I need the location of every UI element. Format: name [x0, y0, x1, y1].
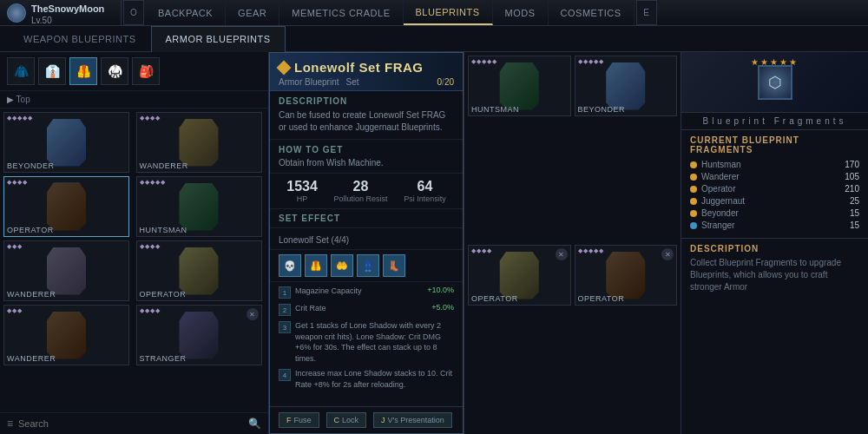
list-item[interactable]: ✕ ◆◆◆◆◆ OPERATOR — [575, 245, 678, 306]
stats-row: 1534 HP 28 Pollution Resist 64 Psi Inten… — [270, 174, 463, 209]
stat-pollution: 28 Pollution Resist — [334, 179, 388, 203]
left-grid: ◆◆◆◆◆ BEYONDER ◆◆◆◆ WANDERER ◆◆◆◆ OPERAT… — [0, 108, 268, 412]
list-item[interactable]: ◆◆◆◆◆ BEYONDER — [3, 112, 129, 173]
right-grid: ◆◆◆◆◆ HUNTSMAN ◆◆◆◆◆ BEYONDER ✕ ◆◆◆◆ OPE… — [464, 52, 681, 434]
list-item[interactable]: ◆◆◆◆◆ HUNTSMAN — [136, 176, 262, 237]
popup-title: Lonewolf Set FRAG — [294, 60, 424, 75]
category-icon-2[interactable]: 🦺 — [69, 57, 97, 85]
set-piece-head: 💀 — [279, 254, 301, 277]
fragment-stars: ★★★★★ — [751, 57, 799, 67]
username: TheSnowyMoon — [31, 3, 104, 14]
popup-count: 0/20 — [437, 77, 454, 87]
nav-profile: TheSnowyMoon Lv.50 — [0, 0, 122, 25]
popup-type: Armor Blueprint — [279, 77, 339, 87]
set-effect-name-row: Lonewolf Set (4/4) — [270, 228, 463, 250]
tab-armor-blueprints[interactable]: ARMOR BLUEPRINTS — [151, 26, 286, 52]
top-label: Top — [0, 91, 268, 108]
frag-dot-juggernaut — [690, 198, 697, 205]
category-icon-1[interactable]: 👔 — [38, 57, 66, 85]
set-piece-legs: 👖 — [357, 254, 379, 277]
effect-4: 4 Increase max Lone Shadow stacks to 10.… — [279, 368, 454, 390]
popup-header: Lonewolf Set FRAG Armor Blueprint Set 0/… — [270, 53, 463, 91]
list-item[interactable]: ◆◆◆◆ OPERATOR — [136, 240, 262, 301]
effect-2: 2 Crit Rate +5.0% — [279, 303, 454, 316]
category-icon-4[interactable]: 🎒 — [132, 57, 160, 85]
close-icon[interactable]: ✕ — [661, 248, 674, 260]
category-icon-3[interactable]: 🥋 — [101, 57, 128, 85]
right-desc-title: DESCRIPTION — [690, 244, 859, 253]
search-input[interactable] — [18, 418, 243, 429]
set-effect-title: SET EFFECT — [279, 214, 340, 223]
main-content: 🧥 👔 🦺 🥋 🎒 Top ◆◆◆◆◆ BEYONDER ◆◆◆◆ WANDER… — [0, 52, 868, 434]
fragments-title: CURRENT BLUEPRINT FRAGMENTS — [690, 135, 859, 155]
effects-list: 1 Magazine Capacity +10.0% 2 Crit Rate +… — [270, 282, 463, 406]
popup-set: Set — [345, 77, 358, 87]
left-panel: 🧥 👔 🦺 🥋 🎒 Top ◆◆◆◆◆ BEYONDER ◆◆◆◆ WANDER… — [0, 52, 269, 434]
category-icons: 🧥 👔 🦺 🥋 🎒 — [0, 52, 268, 91]
list-item[interactable]: ◆◆◆ WANDERER — [3, 305, 129, 365]
popup-card: Lonewolf Set FRAG Armor Blueprint Set 0/… — [269, 52, 464, 434]
close-icon[interactable]: ✕ — [247, 308, 259, 320]
list-item[interactable]: ◆◆◆◆ WANDERER — [136, 112, 262, 173]
frag-row-beyonder: Beyonder 15 — [690, 208, 859, 218]
fragment-icon: ⬡ — [758, 65, 792, 100]
nav-bracket-e[interactable]: E — [636, 0, 657, 25]
tab-weapon-blueprints[interactable]: WEAPON BLUEPRINTS — [9, 26, 151, 52]
tabs-bar: WEAPON BLUEPRINTS ARMOR BLUEPRINTS — [0, 26, 868, 52]
description-section: DESCRIPTION Can be fused to create Lonew… — [270, 91, 463, 140]
popup-footer: F Fuse C Lock J V's Presentation — [270, 406, 463, 433]
effect-3: 3 Get 1 stacks of Lone Shadow with every… — [279, 320, 454, 364]
how-to-get-section: HOW TO GET Obtain from Wish Machine. — [270, 140, 463, 174]
current-fragments: CURRENT BLUEPRINT FRAGMENTS Huntsman 170… — [681, 130, 868, 239]
nav-backpack[interactable]: BACKPACK — [146, 0, 226, 25]
player-level: Lv.50 — [31, 16, 104, 25]
set-effect-header: SET EFFECT — [270, 209, 463, 228]
nav-blueprints[interactable]: BLUEPRINTS — [404, 0, 493, 25]
list-item[interactable]: ◆◆◆ WANDERER — [3, 240, 129, 301]
frag-row-stranger: Stranger 15 — [690, 220, 859, 230]
fuse-button[interactable]: F Fuse — [279, 412, 319, 428]
description-title: DESCRIPTION — [279, 96, 454, 106]
nav-mods[interactable]: MODS — [493, 0, 549, 25]
set-icons-row: 💀 🦺 🤲 👖 👢 — [270, 250, 463, 282]
lock-button[interactable]: C Lock — [326, 412, 367, 428]
diamond-icon — [277, 60, 292, 75]
frag-dot-wanderer — [690, 174, 697, 181]
set-piece-boots: 👢 — [383, 254, 405, 277]
set-piece-chest: 🦺 — [305, 254, 327, 277]
nav-cosmetics[interactable]: COSMETICS — [549, 0, 635, 25]
frag-dot-huntsman — [690, 161, 697, 168]
frag-dot-beyonder — [690, 210, 697, 217]
top-nav: TheSnowyMoon Lv.50 O BACKPACK GEAR MEMET… — [0, 0, 868, 26]
description-text: Can be fused to create Lonewolf Set FRAG… — [279, 109, 454, 134]
search-bar: ≡ 🔍 — [0, 412, 268, 434]
list-item[interactable]: ◆◆◆◆ OPERATOR — [3, 176, 129, 237]
stat-psi: 64 Psi Intensity — [404, 179, 446, 203]
presentation-button[interactable]: J V's Presentation — [373, 412, 452, 428]
list-item[interactable]: ◆◆◆◆◆ BEYONDER — [575, 56, 678, 116]
frag-row-wanderer: Wanderer 105 — [690, 172, 859, 181]
category-icon-0[interactable]: 🧥 — [7, 57, 35, 85]
list-item[interactable]: ✕ ◆◆◆◆ STRANGER — [136, 305, 262, 365]
list-icon: ≡ — [7, 418, 13, 430]
frag-row-juggernaut: Juggernaut 25 — [690, 196, 859, 206]
nav-memetics[interactable]: MEMETICS CRADLE — [279, 0, 403, 25]
close-icon[interactable]: ✕ — [556, 248, 568, 260]
frag-row-operator: Operator 210 — [690, 184, 859, 194]
nav-gear[interactable]: GEAR — [226, 0, 279, 25]
nav-bracket-o[interactable]: O — [123, 0, 144, 25]
frag-dot-operator — [690, 186, 697, 193]
frag-dot-stranger — [690, 222, 697, 229]
list-item[interactable]: ✕ ◆◆◆◆ OPERATOR — [468, 245, 571, 306]
fragment-title: Blueprint Fragments — [681, 113, 868, 130]
far-right-panel: ★★★★★ ⬡ Blueprint Fragments CURRENT BLUE… — [681, 52, 868, 434]
fragment-image: ★★★★★ ⬡ — [681, 52, 868, 113]
right-desc-text: Collect Blueprint Fragments to upgrade B… — [690, 257, 859, 293]
how-to-get-title: HOW TO GET — [279, 145, 454, 155]
frag-row-huntsman: Huntsman 170 — [690, 160, 859, 169]
stat-hp: 1534 HP — [286, 179, 318, 203]
right-panel: ◆◆◆◆◆ HUNTSMAN ◆◆◆◆◆ BEYONDER ✕ ◆◆◆◆ OPE… — [464, 52, 681, 434]
middle-panel: Lonewolf Set FRAG Armor Blueprint Set 0/… — [269, 52, 464, 434]
list-item[interactable]: ◆◆◆◆◆ HUNTSMAN — [468, 56, 571, 116]
right-description: DESCRIPTION Collect Blueprint Fragments … — [681, 239, 868, 434]
